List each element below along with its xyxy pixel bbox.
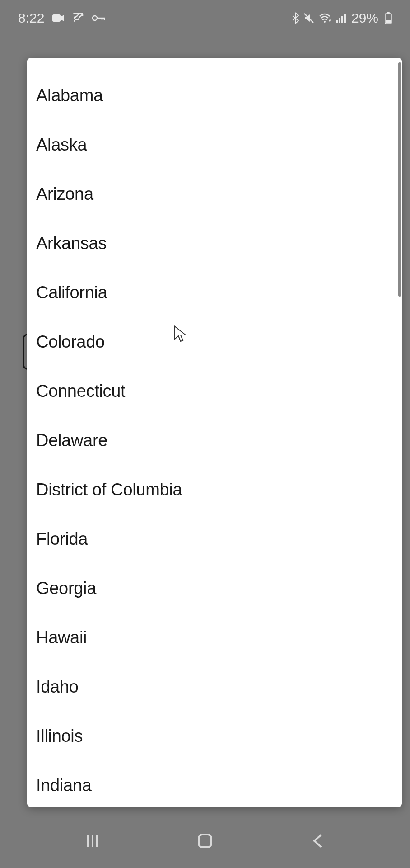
svg-rect-13 bbox=[87, 835, 89, 847]
wifi-icon bbox=[319, 13, 331, 23]
svg-point-1 bbox=[74, 20, 75, 22]
mute-icon bbox=[303, 13, 314, 24]
list-item[interactable]: Hawaii bbox=[27, 613, 402, 663]
svg-rect-15 bbox=[96, 835, 98, 847]
list-item[interactable]: Alaska bbox=[27, 121, 402, 170]
list-item[interactable]: Connecticut bbox=[27, 367, 402, 416]
recent-apps-button[interactable] bbox=[79, 827, 106, 854]
status-bar-left: 8:22 bbox=[18, 10, 105, 26]
svg-rect-0 bbox=[52, 14, 61, 22]
svg-rect-8 bbox=[341, 16, 343, 23]
scrollbar[interactable] bbox=[398, 62, 401, 297]
cast-icon bbox=[72, 13, 84, 23]
list-item[interactable]: Illinois bbox=[27, 712, 402, 761]
svg-rect-9 bbox=[344, 14, 346, 23]
state-selector-modal: AlabamaAlaskaArizonaArkansasCaliforniaCo… bbox=[27, 58, 402, 807]
list-item[interactable]: Indiana bbox=[27, 761, 402, 807]
svg-rect-14 bbox=[92, 835, 93, 847]
signal-icon bbox=[336, 13, 347, 23]
list-item[interactable]: Florida bbox=[27, 515, 402, 564]
status-time: 8:22 bbox=[18, 10, 44, 26]
svg-point-3 bbox=[93, 16, 97, 20]
back-button[interactable] bbox=[304, 827, 331, 854]
battery-percent: 29% bbox=[351, 10, 378, 26]
list-item[interactable]: Georgia bbox=[27, 564, 402, 613]
status-bar: 8:22 bbox=[0, 0, 410, 36]
svg-rect-6 bbox=[336, 20, 338, 23]
list-item[interactable]: Delaware bbox=[27, 416, 402, 466]
key-icon bbox=[92, 14, 105, 22]
list-item[interactable]: California bbox=[27, 269, 402, 318]
status-bar-right: 29% bbox=[292, 10, 392, 26]
camera-icon bbox=[52, 14, 64, 23]
svg-rect-11 bbox=[387, 12, 390, 14]
svg-rect-7 bbox=[339, 18, 340, 23]
svg-rect-16 bbox=[199, 835, 211, 847]
svg-point-2 bbox=[81, 14, 83, 16]
list-item[interactable]: District of Columbia bbox=[27, 466, 402, 515]
svg-point-4 bbox=[324, 21, 326, 23]
battery-icon bbox=[385, 12, 392, 24]
state-list[interactable]: AlabamaAlaskaArizonaArkansasCaliforniaCo… bbox=[27, 58, 402, 807]
list-item[interactable]: Arkansas bbox=[27, 219, 402, 269]
list-item[interactable]: Idaho bbox=[27, 663, 402, 712]
list-item[interactable]: Alabama bbox=[27, 71, 402, 121]
navigation-bar bbox=[0, 814, 410, 868]
list-item[interactable]: Colorado bbox=[27, 318, 402, 367]
list-item[interactable]: Arizona bbox=[27, 170, 402, 219]
bluetooth-icon bbox=[292, 12, 299, 24]
svg-rect-12 bbox=[386, 20, 391, 23]
home-button[interactable] bbox=[191, 827, 219, 854]
